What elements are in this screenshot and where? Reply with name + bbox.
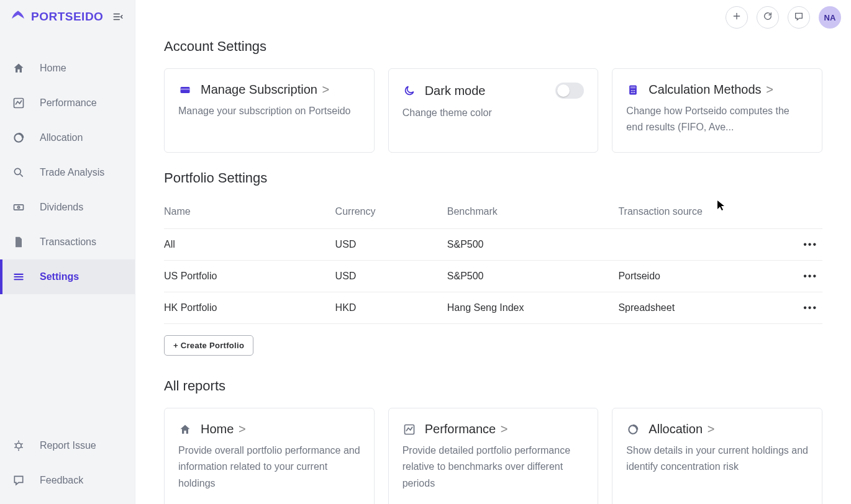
card-report-home[interactable]: Home > Provide overall portfolio perform… [164,408,375,504]
svg-point-30 [634,92,635,93]
more-icon: ••• [803,302,817,313]
section-title-portfolio: Portfolio Settings [164,170,822,186]
chart-icon [12,97,25,109]
home-icon [178,423,192,436]
sidebar-item-label: Allocation [40,132,83,143]
create-portfolio-button[interactable]: + Create Portfolio [164,335,253,356]
card-desc: Show details in your current holdings an… [626,443,808,475]
refresh-button[interactable] [757,6,779,29]
chevron-right-icon: > [708,422,715,436]
card-title: Manage Subscription > [201,83,329,97]
sidebar-item-report-issue[interactable]: Report Issue [0,428,135,463]
add-button[interactable] [726,6,748,29]
document-icon [12,236,25,248]
secondary-nav: Report Issue Feedback [0,428,135,504]
primary-nav: Home Performance Allocation Trade Analys… [0,51,135,294]
avatar[interactable]: NA [819,6,841,29]
svg-point-29 [633,92,634,93]
cell-currency: USD [335,261,447,292]
col-currency: Currency [335,200,447,229]
card-report-performance[interactable]: Performance > Provide detailed portfolio… [388,408,599,504]
section-title-account: Account Settings [164,38,822,55]
row-actions-button[interactable]: ••• [763,292,822,324]
card-desc: Manage your subscription on Portseido [178,103,360,119]
sidebar-item-allocation[interactable]: Allocation [0,120,135,155]
donut-icon [12,132,25,144]
col-source: Transaction source [618,200,763,229]
card-title: Performance > [425,422,508,436]
moon-icon [403,84,416,97]
cell-source: Portseido [618,261,763,292]
brand: PORTSEIDO [0,0,135,34]
content: Account Settings Manage Subscription > M… [135,0,851,504]
table-row: US PortfolioUSDS&P500Portseido••• [164,261,822,292]
table-row: AllUSDS&P500••• [164,229,822,261]
col-name: Name [164,200,335,229]
sidebar-item-home[interactable]: Home [0,51,135,86]
card-dark-mode: Dark mode Change theme color [388,68,599,153]
card-desc: Change how Portseido computes the end re… [626,103,808,136]
sidebar-item-transactions[interactable]: Transactions [0,225,135,259]
col-benchmark: Benchmark [447,200,619,229]
sidebar-item-label: Performance [40,97,97,109]
cell-benchmark: Hang Seng Index [447,292,619,324]
card-title: Allocation > [648,422,714,436]
collapse-sidebar-icon[interactable] [111,10,125,24]
card-desc: Provide overall portfolio performance an… [178,443,360,492]
row-actions-button[interactable]: ••• [763,261,822,292]
sidebar-item-dividends[interactable]: Dividends [0,190,135,225]
sidebar-item-label: Feedback [40,475,83,486]
sidebar-item-label: Settings [40,271,79,282]
chevron-right-icon: > [766,83,773,96]
sidebar-item-performance[interactable]: Performance [0,86,135,120]
menu-icon [12,271,25,283]
svg-line-17 [21,448,22,448]
card-title: Calculation Methods > [648,83,773,97]
card-desc: Change theme color [403,105,585,121]
svg-point-27 [634,90,635,91]
svg-point-26 [633,90,634,91]
svg-point-5 [14,168,20,174]
calculator-icon [626,83,640,97]
topbar: NA [726,6,841,29]
svg-rect-22 [181,88,190,90]
chevron-right-icon: > [239,422,246,436]
cash-icon [12,201,25,214]
svg-point-12 [16,443,21,448]
sidebar-item-settings[interactable]: Settings [0,259,135,294]
credit-card-icon [178,83,192,97]
chat-button[interactable] [788,6,810,29]
svg-rect-24 [630,86,635,88]
sidebar-item-feedback[interactable]: Feedback [0,463,135,498]
refresh-icon [763,11,773,24]
bug-icon [12,439,25,452]
row-actions-button[interactable]: ••• [763,229,822,261]
cell-name: All [164,229,335,261]
sidebar-item-label: Home [40,63,66,74]
card-desc: Provide detailed portfolio performance r… [403,443,585,492]
dark-mode-toggle[interactable] [555,83,584,99]
cell-benchmark: S&P500 [447,261,619,292]
logo-icon [10,9,26,25]
svg-line-16 [14,448,16,448]
svg-line-6 [20,174,23,177]
sidebar-item-label: Report Issue [40,440,96,451]
sidebar-item-label: Transactions [40,236,96,248]
card-title: Dark mode [425,84,486,98]
col-actions [763,200,822,229]
home-icon [12,62,25,74]
cell-currency: USD [335,229,447,261]
svg-rect-7 [14,205,24,210]
sidebar-item-label: Dividends [40,202,83,213]
card-manage-subscription[interactable]: Manage Subscription > Manage your subscr… [164,68,375,153]
svg-line-15 [21,444,22,444]
card-report-allocation[interactable]: Allocation > Show details in your curren… [612,408,822,504]
chevron-right-icon: > [322,83,329,96]
sidebar-item-trade-analysis[interactable]: Trade Analysis [0,155,135,190]
svg-point-28 [631,92,632,93]
cell-name: US Portfolio [164,261,335,292]
more-icon: ••• [803,271,817,281]
section-title-reports: All reports [164,378,822,394]
svg-point-8 [17,206,19,208]
card-calculation-methods[interactable]: Calculation Methods > Change how Portsei… [612,68,822,153]
